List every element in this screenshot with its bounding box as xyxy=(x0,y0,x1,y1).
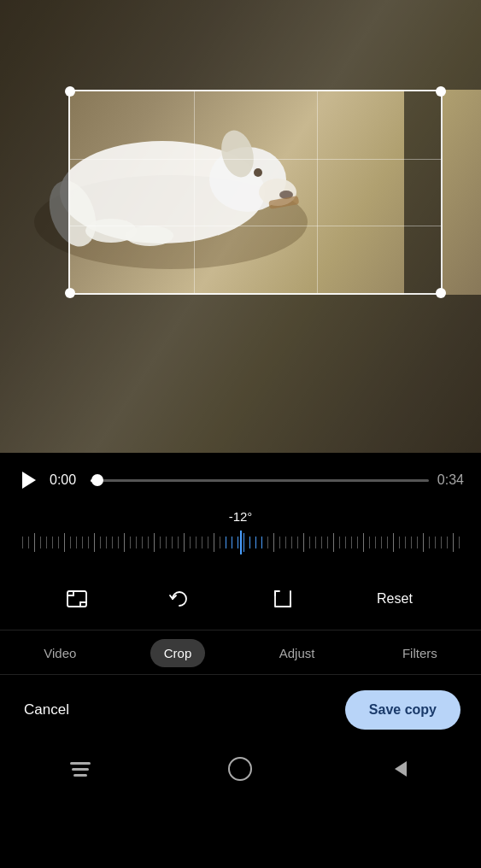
recents-bar-1 xyxy=(70,762,91,765)
tick-mark xyxy=(279,537,280,548)
tick-mark xyxy=(345,537,346,548)
tick-mark xyxy=(393,533,394,552)
tick-mark xyxy=(40,537,41,548)
tick-mark xyxy=(76,537,77,548)
recents-bar-3 xyxy=(73,774,87,777)
tick-mark xyxy=(387,537,388,548)
tick-mark xyxy=(339,537,340,548)
tick-mark xyxy=(363,533,364,552)
image-area xyxy=(0,0,481,453)
grid-line-vertical-1 xyxy=(194,91,195,293)
rotation-slider[interactable] xyxy=(17,531,464,554)
tick-mark xyxy=(351,537,352,548)
tick-mark xyxy=(327,537,328,548)
tick-mark xyxy=(459,537,460,548)
home-button[interactable] xyxy=(225,754,255,784)
tick-mark xyxy=(261,537,262,548)
actions-row: Cancel Save copy xyxy=(0,675,481,742)
tick-mark xyxy=(273,533,274,552)
grid-line-horizontal-1 xyxy=(70,159,441,160)
crop-handle-top-left[interactable] xyxy=(65,86,75,97)
tick-mark xyxy=(417,537,418,548)
crop-overlay-left xyxy=(0,90,68,295)
tick-mark xyxy=(441,537,442,548)
tick-mark xyxy=(22,537,23,548)
save-copy-button[interactable]: Save copy xyxy=(345,690,460,730)
tick-mark xyxy=(243,533,244,552)
tick-mark xyxy=(357,537,358,548)
tick-mark xyxy=(196,537,197,548)
tick-mark xyxy=(94,533,95,552)
tabs-row: Video Crop Adjust Filters xyxy=(0,630,481,675)
tick-mark xyxy=(112,537,113,548)
tick-mark xyxy=(118,537,119,548)
rotate-icon xyxy=(167,587,191,611)
tick-mark xyxy=(303,533,304,552)
tick-mark xyxy=(405,537,406,548)
recents-icon xyxy=(70,762,91,777)
tick-mark xyxy=(267,537,268,548)
play-button[interactable] xyxy=(17,468,41,492)
tab-video[interactable]: Video xyxy=(30,639,90,667)
tick-mark xyxy=(202,537,202,548)
current-time: 0:00 xyxy=(50,472,82,488)
tick-mark xyxy=(52,537,53,548)
tab-adjust[interactable]: Adjust xyxy=(266,639,329,667)
tick-mark xyxy=(249,537,250,548)
tick-mark xyxy=(136,537,137,548)
tick-mark xyxy=(333,533,334,552)
reset-button[interactable]: Reset xyxy=(367,584,423,613)
tick-mark xyxy=(381,537,382,548)
tick-mark xyxy=(255,537,256,548)
back-icon xyxy=(395,761,407,777)
flip-button[interactable] xyxy=(264,580,302,618)
tick-mark xyxy=(321,537,322,548)
tick-mark xyxy=(88,537,89,548)
crop-grid xyxy=(70,91,441,293)
recents-button[interactable] xyxy=(65,754,96,784)
tick-mark xyxy=(82,537,83,548)
tick-mark xyxy=(184,533,185,552)
cancel-button[interactable]: Cancel xyxy=(21,695,73,725)
tick-mark xyxy=(190,537,191,548)
crop-box[interactable] xyxy=(68,90,443,295)
rotate-button[interactable] xyxy=(161,580,198,618)
seek-bar[interactable] xyxy=(91,479,429,482)
grid-line-vertical-2 xyxy=(317,91,318,293)
tick-mark xyxy=(375,537,376,548)
tick-mark xyxy=(106,537,107,548)
tick-mark xyxy=(148,537,149,548)
tick-mark xyxy=(369,537,370,548)
tick-mark xyxy=(28,537,29,548)
back-button[interactable] xyxy=(385,754,416,784)
tick-mark xyxy=(70,537,71,548)
crop-handle-bottom-right[interactable] xyxy=(436,288,446,298)
tools-row: Reset xyxy=(0,572,481,630)
timeline-area: 0:00 0:34 -12° xyxy=(0,453,481,572)
crop-handle-bottom-left[interactable] xyxy=(65,288,75,298)
tick-mark xyxy=(453,533,454,552)
end-time: 0:34 xyxy=(437,472,464,488)
tick-mark xyxy=(58,537,59,548)
tick-mark xyxy=(214,533,214,552)
tick-mark xyxy=(226,537,226,548)
aspect-ratio-button[interactable] xyxy=(58,580,96,618)
tick-mark xyxy=(130,537,131,548)
tick-mark xyxy=(124,533,125,552)
tab-crop[interactable]: Crop xyxy=(150,639,206,667)
tick-mark xyxy=(142,537,143,548)
tick-mark xyxy=(447,537,448,548)
tab-filters[interactable]: Filters xyxy=(389,639,451,667)
tick-mark xyxy=(411,537,412,548)
tick-mark xyxy=(238,537,238,548)
rotation-area: -12° xyxy=(17,506,464,565)
crop-handle-top-right[interactable] xyxy=(436,86,446,97)
rotation-value: -12° xyxy=(17,509,464,524)
recents-bar-2 xyxy=(72,768,89,771)
tick-mark xyxy=(208,537,208,548)
seek-thumb[interactable] xyxy=(91,474,103,486)
tick-mark xyxy=(100,537,101,548)
aspect-ratio-icon xyxy=(65,587,89,611)
tick-center-indicator xyxy=(240,531,242,554)
tick-mark xyxy=(285,537,286,548)
